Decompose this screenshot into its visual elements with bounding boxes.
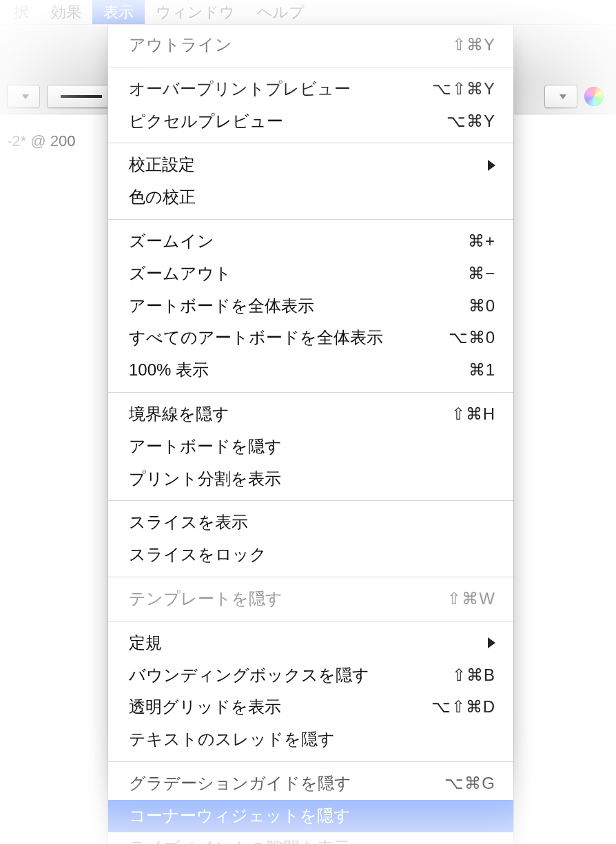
menu-separator bbox=[108, 621, 513, 621]
menu-item-label: ズームイン bbox=[129, 229, 413, 254]
menu-item-shortcut: ⇧⌘B bbox=[413, 663, 495, 688]
menu-item-shortcut: ⌥⌘G bbox=[413, 772, 495, 796]
menu-item-label: ピクセルプレビュー bbox=[129, 110, 413, 134]
menu-item-hide-bounding-box[interactable]: バウンディングボックスを隠す⇧⌘B bbox=[108, 659, 513, 692]
menu-item-rulers[interactable]: 定規 bbox=[108, 627, 513, 659]
menu-item-label: テンプレートを隠す bbox=[129, 587, 413, 611]
menu-item-label: アートボードを全体表示 bbox=[129, 294, 413, 318]
menu-item-shortcut: ⌥⌘Y bbox=[413, 110, 495, 134]
menu-item-label: ライブペイントの隙間を表示 bbox=[129, 836, 495, 844]
menu-item-pixel-preview[interactable]: ピクセルプレビュー⌥⌘Y bbox=[108, 105, 513, 138]
menu-separator bbox=[108, 577, 513, 577]
menu-item-shortcut: ⌥⌘0 bbox=[413, 326, 495, 350]
menu-item-zoom-out[interactable]: ズームアウト⌘− bbox=[108, 258, 513, 290]
menu-effect[interactable]: 効果 bbox=[40, 0, 92, 24]
menu-item-shortcut: ⌥⇧⌘D bbox=[413, 695, 495, 719]
menu-item-label: 透明グリッドを表示 bbox=[129, 695, 413, 719]
menu-item-label: 100% 表示 bbox=[129, 358, 413, 382]
menu-item-shortcut: ⌘0 bbox=[413, 294, 495, 318]
menu-item-label: 色の校正 bbox=[129, 185, 495, 209]
menu-item-proof-setup[interactable]: 校正設定 bbox=[108, 149, 513, 181]
menu-item-label: 校正設定 bbox=[129, 153, 478, 177]
menu-separator bbox=[108, 392, 513, 393]
menu-item-label: アートボードを隠す bbox=[129, 435, 495, 459]
menu-item-shortcut: ⌘+ bbox=[413, 229, 495, 254]
menu-item-shortcut: ⌘− bbox=[413, 262, 495, 286]
menu-item-hide-corner-widget[interactable]: コーナーウィジェットを隠す bbox=[108, 800, 513, 832]
menu-separator bbox=[108, 219, 513, 220]
menu-item-actual-size[interactable]: 100% 表示⌘1 bbox=[108, 354, 513, 387]
menu-item-label: プリント分割を表示 bbox=[129, 467, 495, 491]
menu-item-show-transparency-grid[interactable]: 透明グリッドを表示⌥⇧⌘D bbox=[108, 691, 513, 723]
menu-item-lock-slices[interactable]: スライスをロック bbox=[108, 539, 513, 571]
menu-item-outline[interactable]: アウトライン⇧⌘Y bbox=[108, 29, 513, 61]
menu-separator bbox=[108, 143, 513, 143]
stroke-line-icon bbox=[61, 95, 102, 98]
menu-item-shortcut: ⇧⌘W bbox=[413, 587, 495, 611]
menu-item-label: スライスをロック bbox=[129, 543, 495, 567]
menu-item-label: ズームアウト bbox=[129, 262, 413, 286]
menu-item-shortcut: ⇧⌘Y bbox=[413, 33, 495, 57]
menu-select[interactable]: 択 bbox=[3, 0, 40, 24]
view-menu-dropdown: アウトライン⇧⌘Yオーバープリントプレビュー⌥⇧⌘Yピクセルプレビュー⌥⌘Y校正… bbox=[107, 25, 514, 844]
menu-item-label: すべてのアートボードを全体表示 bbox=[129, 326, 413, 350]
menu-item-label: バウンディングボックスを隠す bbox=[129, 663, 413, 688]
menu-item-hide-edges[interactable]: 境界線を隠す⇧⌘H bbox=[108, 398, 513, 431]
menu-item-shortcut: ⇧⌘H bbox=[413, 402, 495, 426]
menu-item-label: スライスを表示 bbox=[129, 511, 495, 535]
menu-window[interactable]: ウィンドウ bbox=[145, 0, 246, 24]
menu-item-shortcut: ⌘1 bbox=[413, 358, 495, 382]
menu-item-show-slices[interactable]: スライスを表示 bbox=[108, 506, 513, 539]
chevron-right-icon bbox=[488, 160, 495, 171]
menu-item-label: グラデーションガイドを隠す bbox=[129, 772, 413, 796]
menu-separator bbox=[108, 761, 513, 762]
menu-item-label: コーナーウィジェットを隠す bbox=[129, 804, 495, 828]
menu-item-show-print-tiling[interactable]: プリント分割を表示 bbox=[108, 463, 513, 495]
color-wheel-icon[interactable] bbox=[584, 87, 604, 106]
menu-help[interactable]: ヘルプ bbox=[246, 0, 316, 24]
document-tab[interactable]: -2* @ 200 bbox=[0, 130, 82, 153]
menu-separator bbox=[108, 500, 513, 501]
dropdown-control-1[interactable] bbox=[7, 85, 40, 108]
menu-item-fit-all-artboards[interactable]: すべてのアートボードを全体表示⌥⌘0 bbox=[108, 322, 513, 354]
menu-view[interactable]: 表示 bbox=[92, 0, 145, 24]
menu-item-shortcut: ⌥⇧⌘Y bbox=[413, 77, 495, 101]
stroke-preview-dropdown[interactable] bbox=[47, 85, 116, 108]
menu-item-label: アウトライン bbox=[129, 33, 413, 57]
chevron-right-icon bbox=[488, 637, 495, 648]
menu-item-show-live-paint-gaps[interactable]: ライブペイントの隙間を表示 bbox=[108, 832, 513, 844]
menu-separator bbox=[108, 67, 513, 68]
menu-item-fit-artboard[interactable]: アートボードを全体表示⌘0 bbox=[108, 290, 513, 322]
menu-item-zoom-in[interactable]: ズームイン⌘+ bbox=[108, 225, 513, 258]
menu-item-overprint-preview[interactable]: オーバープリントプレビュー⌥⇧⌘Y bbox=[108, 73, 513, 105]
menu-item-hide-gradient-annotator[interactable]: グラデーションガイドを隠す⌥⌘G bbox=[108, 768, 513, 800]
menu-item-label: 境界線を隠す bbox=[129, 402, 413, 426]
menu-item-label: テキストのスレッドを隠す bbox=[129, 728, 495, 752]
menu-item-label: 定規 bbox=[129, 631, 478, 655]
menu-item-hide-text-threads[interactable]: テキストのスレッドを隠す bbox=[108, 723, 513, 756]
menu-item-hide-artboards[interactable]: アートボードを隠す bbox=[108, 431, 513, 463]
menu-item-label: オーバープリントプレビュー bbox=[129, 77, 413, 101]
dropdown-control-2[interactable] bbox=[544, 85, 577, 108]
menubar: 択 効果 表示 ウィンドウ ヘルプ bbox=[0, 0, 616, 25]
menu-item-proof-colors[interactable]: 色の校正 bbox=[108, 181, 513, 214]
menu-item-hide-template: テンプレートを隠す⇧⌘W bbox=[108, 583, 513, 615]
